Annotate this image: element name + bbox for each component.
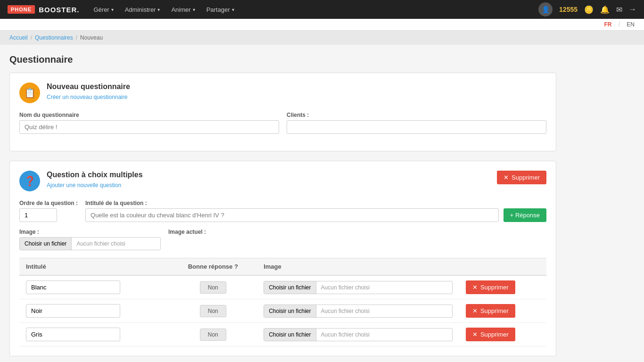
answer-intitule-input[interactable] (26, 280, 120, 294)
supprimer-answer-button[interactable]: ✕ Supprimer (466, 280, 515, 294)
answer-intitule-input[interactable] (26, 304, 120, 318)
image-actuel-label: Image actuel : (168, 229, 206, 235)
card-header-question: ❓ Question à choix multiples Ajouter une… (19, 171, 143, 191)
ordre-group: Ordre de la question : (19, 200, 78, 222)
answer-file-label: Aucun fichier choisi (316, 281, 374, 294)
card-title-question: Question à choix multiples (47, 171, 143, 179)
answer-choisir-button[interactable]: Choisir un fichier (264, 281, 316, 294)
times-icon: ✕ (472, 284, 478, 291)
caret-icon: ▾ (193, 7, 195, 12)
image-actuel-group: Image actuel : (168, 229, 206, 235)
main-content: Questionnaire 📋 Nouveau questionnaire Cr… (0, 45, 566, 362)
answer-actions-cell: ✕ Supprimer (459, 275, 546, 299)
questionnaire-form: Nom du questionnaire Clients : (19, 112, 546, 134)
table-row: Non Choisir un fichier Aucun fichier cho… (19, 299, 546, 323)
answer-file-label: Aucun fichier choisi (316, 305, 374, 317)
answer-bonne-reponse-cell: Non (169, 299, 257, 323)
table-row: Non Choisir un fichier Aucun fichier cho… (19, 323, 546, 346)
caret-icon: ▾ (232, 7, 234, 12)
bonne-reponse-button[interactable]: Non (200, 305, 226, 317)
navbar: PHONE BOOSTER. Gérer ▾ Administrer ▾ Ani… (0, 0, 644, 19)
nav-administrer[interactable]: Administrer ▾ (120, 3, 165, 16)
image-label: Image : (19, 229, 161, 235)
nav-gerer[interactable]: Gérer ▾ (89, 3, 118, 16)
nav-partager[interactable]: Partager ▾ (202, 3, 239, 16)
subnav: FR / EN (0, 19, 644, 31)
caret-icon: ▾ (157, 7, 160, 12)
reponse-button[interactable]: + Réponse (504, 208, 546, 222)
caret-icon: ▾ (111, 7, 114, 12)
ordre-label: Ordre de la question : (19, 200, 78, 206)
bonne-reponse-button[interactable]: Non (200, 281, 226, 294)
answer-actions-cell: ✕ Supprimer (459, 323, 546, 346)
ordre-intitule-row: Ordre de la question : Intitulé de la qu… (19, 200, 546, 222)
file-label: Aucun fichier choisi (72, 238, 130, 250)
col-actions (459, 258, 546, 276)
brand-logo: PHONE (8, 5, 35, 14)
bell-icon[interactable]: 🔔 (600, 5, 610, 14)
navbar-right: 👤 12555 🪙 🔔 ✉ → (538, 2, 636, 16)
avatar: 👤 (538, 2, 553, 16)
answer-intitule-input[interactable] (26, 328, 120, 341)
answer-file-input: Choisir un fichier Aucun fichier choisi (264, 328, 453, 341)
col-image: Image (257, 258, 459, 276)
answer-intitule-cell (19, 299, 169, 323)
breadcrumb: Accueil / Questionnaires / Nouveau (0, 31, 644, 45)
navbar-left: PHONE BOOSTER. Gérer ▾ Administrer ▾ Ani… (8, 3, 239, 16)
brand-name: BOOSTER. (39, 6, 79, 14)
credit-icon: 🪙 (584, 5, 594, 14)
brand: PHONE BOOSTER. (8, 5, 79, 14)
answer-file-input: Choisir un fichier Aucun fichier choisi (264, 304, 453, 318)
clients-group: Clients : (287, 112, 546, 134)
lang-en[interactable]: EN (627, 21, 635, 28)
nav-animer[interactable]: Animer ▾ (166, 3, 199, 16)
image-row: Image : Choisir un fichier Aucun fichier… (19, 229, 546, 250)
table-row: Non Choisir un fichier Aucun fichier cho… (19, 275, 546, 299)
intitule-group: Intitulé de la question : + Réponse (85, 200, 546, 222)
answer-bonne-reponse-cell: Non (169, 275, 257, 299)
breadcrumb-accueil[interactable]: Accueil (9, 34, 28, 41)
ordre-input[interactable] (19, 208, 57, 222)
mail-icon[interactable]: ✉ (616, 5, 622, 14)
score-display: 12555 (559, 6, 578, 13)
question-card: ❓ Question à choix multiples Ajouter une… (9, 161, 556, 356)
times-icon: ✕ (472, 307, 478, 314)
supprimer-question-button[interactable]: ✕ Supprimer (497, 171, 546, 184)
clients-input[interactable] (287, 120, 546, 134)
nom-input[interactable] (19, 120, 279, 134)
answer-image-cell: Choisir un fichier Aucun fichier choisi (257, 323, 459, 346)
times-icon: ✕ (504, 174, 509, 181)
times-icon: ✕ (472, 331, 478, 338)
supprimer-answer-button[interactable]: ✕ Supprimer (466, 328, 515, 341)
breadcrumb-nouveau: Nouveau (80, 34, 103, 41)
answer-intitule-cell (19, 275, 169, 299)
card-header-nouveau: 📋 Nouveau questionnaire Créer un nouveau… (19, 82, 546, 103)
breadcrumb-questionnaires[interactable]: Questionnaires (35, 34, 73, 41)
lang-fr[interactable]: FR (604, 21, 611, 28)
answer-intitule-cell (19, 323, 169, 346)
nom-group: Nom du questionnaire (19, 112, 279, 134)
answer-actions-cell: ✕ Supprimer (459, 299, 546, 323)
creer-link[interactable]: Créer un nouveau questionnaire (47, 94, 127, 100)
answer-choisir-button[interactable]: Choisir un fichier (264, 329, 316, 341)
logout-icon[interactable]: → (629, 5, 636, 14)
answer-image-cell: Choisir un fichier Aucun fichier choisi (257, 275, 459, 299)
supprimer-answer-button[interactable]: ✕ Supprimer (466, 304, 515, 318)
answer-file-label: Aucun fichier choisi (316, 329, 374, 341)
answer-bonne-reponse-cell: Non (169, 323, 257, 346)
choisir-fichier-button[interactable]: Choisir un fichier (20, 238, 72, 250)
answers-table: Intitulé Bonne réponse ? Image Non Chois… (19, 258, 546, 346)
nouveau-questionnaire-card: 📋 Nouveau questionnaire Créer un nouveau… (9, 73, 556, 151)
intitule-input[interactable] (85, 208, 499, 222)
answer-choisir-button[interactable]: Choisir un fichier (264, 305, 316, 317)
col-bonne-reponse: Bonne réponse ? (169, 258, 257, 276)
bonne-reponse-button[interactable]: Non (200, 329, 226, 341)
questionnaire-icon: 📋 (19, 82, 40, 103)
nav-menu: Gérer ▾ Administrer ▾ Animer ▾ Partager … (89, 3, 239, 16)
file-input: Choisir un fichier Aucun fichier choisi (19, 237, 161, 250)
nom-label: Nom du questionnaire (19, 112, 279, 118)
image-group: Image : Choisir un fichier Aucun fichier… (19, 229, 161, 250)
answer-image-cell: Choisir un fichier Aucun fichier choisi (257, 299, 459, 323)
ajouter-link[interactable]: Ajouter une nouvelle question (47, 182, 121, 189)
question-icon: ❓ (19, 171, 40, 191)
